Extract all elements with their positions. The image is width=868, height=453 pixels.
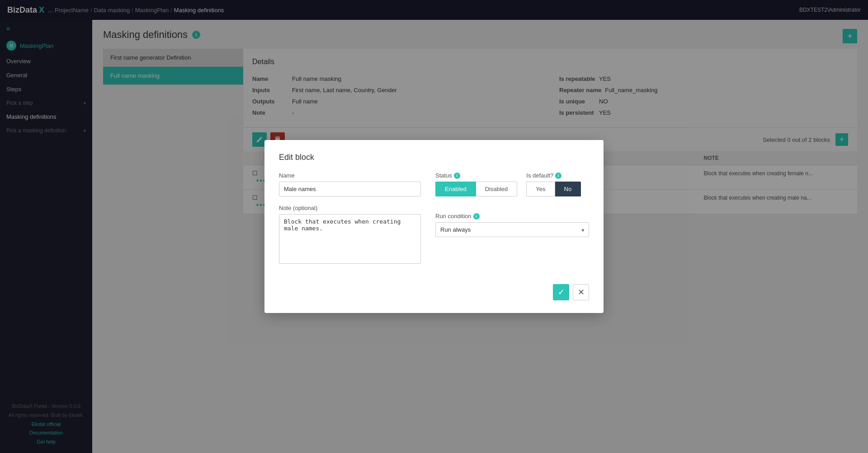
status-group: Status i Enabled Disabled <box>435 172 517 196</box>
modal-title: Edit block <box>279 153 589 162</box>
modal-left: Name Note (optional) Block that executes… <box>279 172 421 273</box>
status-label: Status i <box>435 172 517 179</box>
name-input[interactable] <box>279 182 421 196</box>
is-default-info-icon[interactable]: i <box>555 173 561 179</box>
status-enabled-btn[interactable]: Enabled <box>435 182 476 196</box>
modal-footer: ✓ ✕ <box>279 284 589 300</box>
is-default-no-btn[interactable]: No <box>555 182 581 196</box>
status-disabled-btn[interactable]: Disabled <box>476 182 518 196</box>
modal-body: Name Note (optional) Block that executes… <box>279 172 589 273</box>
edit-block-modal: Edit block Name Note (optional) Block th… <box>264 140 604 313</box>
run-condition-select[interactable]: Run always Run if condition Never run <box>435 222 589 237</box>
check-icon: ✓ <box>558 287 565 297</box>
modal-overlay[interactable]: Edit block Name Note (optional) Block th… <box>0 0 868 453</box>
note-field-group: Note (optional) Block that executes when… <box>279 205 421 265</box>
note-textarea[interactable]: Block that executes when creating male n… <box>279 214 421 264</box>
cancel-button[interactable]: ✕ <box>573 284 589 300</box>
run-condition-group: Run condition i Run always Run if condit… <box>435 213 589 237</box>
close-icon: ✕ <box>578 287 585 297</box>
is-default-toggle: Yes No <box>526 182 581 196</box>
is-default-yes-btn[interactable]: Yes <box>526 182 555 196</box>
is-default-label: Is default? i <box>526 172 581 179</box>
modal-right: Status i Enabled Disabled Is default? i <box>435 172 589 273</box>
run-condition-wrapper: Run always Run if condition Never run <box>435 222 589 237</box>
name-field-group: Name <box>279 172 421 196</box>
run-condition-info-icon[interactable]: i <box>473 213 480 219</box>
status-info-icon[interactable]: i <box>454 173 460 179</box>
run-condition-label: Run condition i <box>435 213 589 219</box>
is-default-group: Is default? i Yes No <box>526 172 581 196</box>
status-default-row: Status i Enabled Disabled Is default? i <box>435 172 589 205</box>
note-label: Note (optional) <box>279 205 421 211</box>
name-label: Name <box>279 172 421 179</box>
confirm-button[interactable]: ✓ <box>553 284 569 300</box>
status-toggle: Enabled Disabled <box>435 182 517 196</box>
